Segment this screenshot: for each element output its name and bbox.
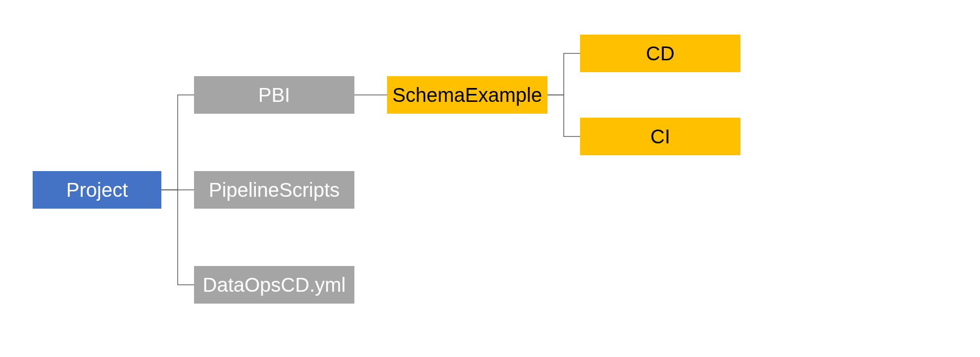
node-project: Project [33,171,161,209]
node-cd-label: CD [646,43,675,65]
node-dataopscd: DataOpsCD.yml [194,266,354,304]
node-cd: CD [580,35,740,72]
node-pipelinescripts-label: PipelineScripts [209,179,340,201]
node-project-label: Project [66,179,128,201]
node-pbi: PBI [194,76,354,114]
node-ci-label: CI [650,126,670,148]
node-pipelinescripts: PipelineScripts [194,171,354,209]
node-ci: CI [580,118,740,155]
node-schemaexample: SchemaExample [387,76,547,114]
node-pbi-label: PBI [258,84,290,106]
node-dataopscd-label: DataOpsCD.yml [203,274,346,296]
node-schemaexample-label: SchemaExample [392,84,542,106]
